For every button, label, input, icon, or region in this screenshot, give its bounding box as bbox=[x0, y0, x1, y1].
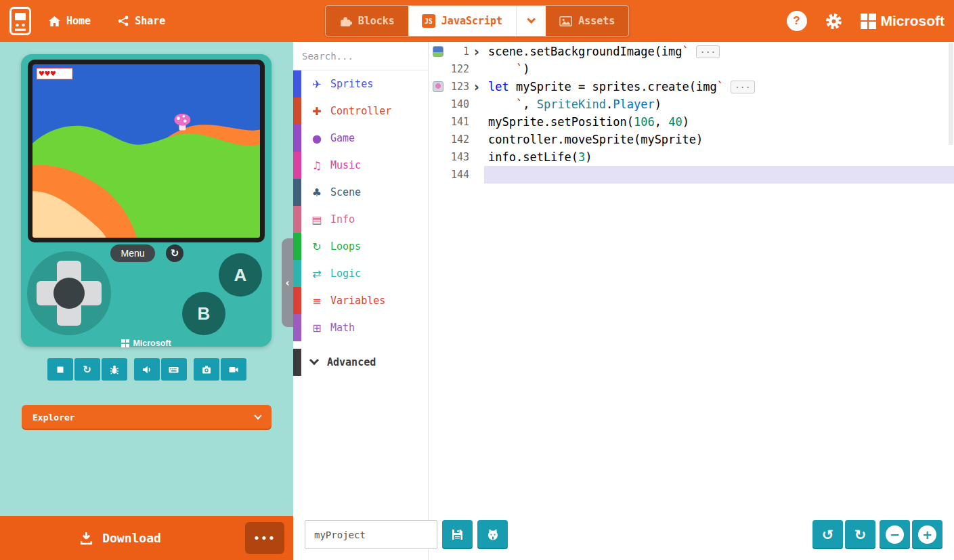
sim-menu-button[interactable]: Menu bbox=[110, 244, 155, 262]
tab-blocks[interactable]: Blocks bbox=[326, 6, 408, 36]
toolbox-category-math[interactable]: ⊞Math bbox=[293, 314, 428, 341]
redo-button[interactable]: ↻ bbox=[845, 520, 875, 549]
hearts: ♥♥♥ bbox=[39, 68, 56, 79]
toolbox-category-logic[interactable]: ⇄Logic bbox=[293, 260, 428, 287]
code-text: info.setLife(3) bbox=[484, 148, 954, 166]
code-lines: 1›scene.setBackgroundImage(img`···122 `)… bbox=[429, 42, 954, 184]
sim-dpad[interactable] bbox=[27, 251, 111, 335]
sim-record-gif-button[interactable] bbox=[221, 358, 246, 381]
toolbox-search bbox=[293, 42, 428, 70]
download-bar: Download ••• bbox=[0, 516, 293, 560]
tab-assets[interactable]: Assets bbox=[546, 6, 628, 36]
chevron-down-icon bbox=[527, 15, 536, 24]
toolbox-category-scene[interactable]: ♣Scene bbox=[293, 179, 428, 206]
tab-javascript[interactable]: JS JavaScript bbox=[408, 6, 516, 36]
line-number: 144 bbox=[445, 169, 469, 181]
category-label: Controller bbox=[330, 105, 391, 117]
glyph-margin bbox=[433, 169, 443, 180]
code-line-140[interactable]: 140 `, SpriteKind.Player) bbox=[429, 95, 954, 113]
code-text: controller.moveSprite(mySprite) bbox=[484, 131, 954, 148]
bottom-bar: ↺ ↻ − + bbox=[293, 509, 954, 560]
lives-indicator: ♥♥♥ bbox=[37, 68, 72, 79]
help-button[interactable]: ? bbox=[787, 11, 807, 31]
language-dropdown-button[interactable] bbox=[516, 6, 546, 36]
toolbox-category-variables[interactable]: ≡Variables bbox=[293, 287, 428, 314]
image-preview-glyph[interactable] bbox=[433, 81, 443, 92]
fold-arrow-icon[interactable]: › bbox=[469, 79, 484, 94]
toolbox-category-controller[interactable]: ✚Controller bbox=[293, 98, 428, 125]
toolbox-advanced[interactable]: Advanced bbox=[293, 349, 428, 376]
scene-icon: ♣ bbox=[309, 186, 324, 199]
home-label: Home bbox=[66, 15, 91, 27]
github-button[interactable] bbox=[477, 520, 508, 549]
help-icon: ? bbox=[793, 14, 800, 28]
toolbox-category-info[interactable]: ▤Info bbox=[293, 206, 428, 233]
button-a-label: A bbox=[234, 265, 247, 286]
loops-icon: ↻ bbox=[309, 240, 324, 253]
math-icon: ⊞ bbox=[309, 322, 324, 335]
undo-button[interactable]: ↺ bbox=[812, 520, 843, 549]
makecode-arcade-logo[interactable] bbox=[9, 7, 31, 35]
scrollbar-thumb[interactable] bbox=[949, 43, 953, 145]
folded-code-ellipsis[interactable]: ··· bbox=[696, 45, 720, 58]
toolbox-category-music[interactable]: ♫Music bbox=[293, 152, 428, 179]
category-label: Variables bbox=[330, 295, 385, 307]
code-text: let mySprite = sprites.create(img`··· bbox=[484, 78, 954, 95]
sim-mute-button[interactable] bbox=[134, 358, 160, 381]
toolbox-category-game[interactable]: ●Game bbox=[293, 125, 428, 152]
keyboard-icon bbox=[168, 364, 179, 375]
image-preview-glyph[interactable] bbox=[433, 46, 443, 57]
sim-button-b[interactable]: B bbox=[182, 292, 225, 335]
sim-button-a[interactable]: A bbox=[219, 253, 262, 297]
sim-restart-button[interactable]: ↻ bbox=[74, 358, 100, 381]
code-line-144[interactable]: 144 bbox=[429, 166, 954, 184]
code-line-123[interactable]: 123›let mySprite = sprites.create(img`··… bbox=[429, 78, 954, 95]
toolbox-category-loops[interactable]: ↻Loops bbox=[293, 233, 428, 260]
collapse-arrow-icon: ‹ bbox=[285, 277, 289, 289]
sim-refresh-button[interactable]: ↻ bbox=[166, 244, 183, 262]
glyph-margin bbox=[433, 116, 443, 127]
editor-scrollbar[interactable] bbox=[948, 42, 954, 560]
chevron-down-icon bbox=[309, 356, 319, 365]
toolbox-category-sprites[interactable]: ✈Sprites bbox=[293, 70, 428, 98]
category-color-strip bbox=[293, 70, 301, 98]
search-input[interactable] bbox=[302, 51, 423, 62]
folded-code-ellipsis[interactable]: ··· bbox=[731, 81, 754, 93]
code-line-142[interactable]: 142controller.moveSprite(mySprite) bbox=[429, 131, 954, 148]
sim-stop-button[interactable] bbox=[47, 358, 73, 381]
zoom-in-icon: + bbox=[918, 525, 936, 544]
arcade-cabinet-icon bbox=[9, 7, 31, 35]
sim-keyboard-button[interactable] bbox=[161, 358, 187, 381]
code-text: mySprite.setPosition(106, 40) bbox=[484, 113, 954, 131]
advanced-label: Advanced bbox=[327, 356, 376, 368]
tab-blocks-label: Blocks bbox=[358, 15, 395, 27]
zoom-out-button[interactable]: − bbox=[880, 520, 910, 549]
sim-debug-button[interactable] bbox=[102, 358, 127, 381]
save-project-button[interactable] bbox=[442, 520, 473, 549]
settings-button[interactable] bbox=[825, 12, 843, 30]
code-editor[interactable]: 1›scene.setBackgroundImage(img`···122 `)… bbox=[429, 42, 954, 560]
header-right: ? Microsoft bbox=[787, 11, 945, 31]
tab-assets-label: Assets bbox=[578, 15, 615, 27]
microsoft-squares-icon bbox=[121, 339, 129, 347]
home-button[interactable]: Home bbox=[49, 15, 91, 27]
share-button[interactable]: Share bbox=[118, 15, 165, 27]
fold-arrow-icon[interactable]: › bbox=[469, 44, 484, 59]
category-color-strip bbox=[293, 233, 301, 260]
collapse-simulator-handle[interactable]: ‹ bbox=[282, 238, 293, 327]
category-label: Sprites bbox=[330, 78, 373, 90]
code-line-141[interactable]: 141mySprite.setPosition(106, 40) bbox=[429, 113, 954, 131]
code-line-122[interactable]: 122 `) bbox=[429, 60, 954, 78]
code-line-1[interactable]: 1›scene.setBackgroundImage(img`··· bbox=[429, 43, 954, 60]
download-options-button[interactable]: ••• bbox=[245, 522, 284, 554]
project-name-input[interactable] bbox=[305, 520, 437, 549]
image-icon bbox=[559, 16, 572, 26]
zoom-in-button[interactable]: + bbox=[912, 520, 942, 549]
simulator-device: ♥♥♥ Menu ↻ A B Microsoft bbox=[21, 54, 272, 347]
chevron-down-icon bbox=[254, 412, 261, 419]
code-text: `, SpriteKind.Player) bbox=[484, 95, 954, 113]
code-line-143[interactable]: 143info.setLife(3) bbox=[429, 148, 954, 166]
sim-screenshot-button[interactable] bbox=[194, 358, 219, 381]
simulator-screen: ♥♥♥ bbox=[28, 60, 265, 242]
explorer-toggle[interactable]: Explorer bbox=[22, 405, 272, 430]
